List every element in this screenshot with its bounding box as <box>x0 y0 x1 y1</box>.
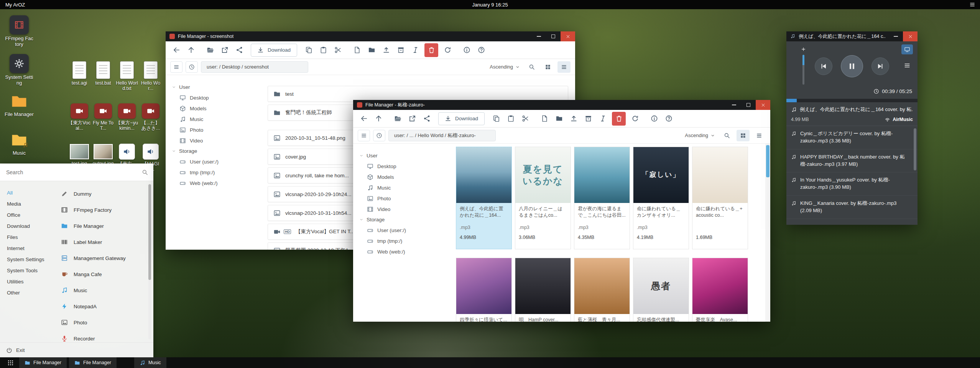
info-button[interactable] <box>460 43 474 57</box>
desktop-icon-file-manager[interactable]: File Manager <box>3 93 35 131</box>
volume-plus-icon[interactable] <box>801 47 806 52</box>
file-tile[interactable]: 藍と薄桜＿青々月... <box>574 258 630 322</box>
minimize-button[interactable] <box>888 31 903 41</box>
file-tile[interactable]: 唄＿HamP cover... <box>515 258 571 322</box>
category-office[interactable]: Office <box>7 209 58 221</box>
desktop-file[interactable]: test.bat <box>91 61 115 102</box>
download-button[interactable]: Download <box>438 112 485 125</box>
search-button[interactable] <box>720 130 733 141</box>
theme-toggle-button[interactable] <box>186 61 198 73</box>
cut-button[interactable] <box>331 43 345 57</box>
upload-button[interactable] <box>567 112 580 126</box>
refresh-button[interactable] <box>628 112 642 126</box>
window-titlebar[interactable]: 例えば、今此処に置かれた花に＿164 c... <box>786 31 918 41</box>
download-button[interactable]: Download <box>251 44 297 57</box>
back-button[interactable] <box>169 43 183 57</box>
sidebar-item-web-drive[interactable]: Web (web:/) <box>172 178 261 188</box>
breadcrumb[interactable]: user: / ... / Hello World / 柘榴-zakuro- <box>388 130 496 141</box>
previous-track-button[interactable] <box>815 57 832 75</box>
app-drawer-button[interactable] <box>4 357 17 368</box>
category-system-tools[interactable]: System Tools <box>7 265 58 276</box>
maximize-button[interactable] <box>546 31 561 41</box>
app-item-file-manager[interactable]: File Manager <box>60 218 147 234</box>
file-tile[interactable]: 愚者 忘却感傷代償連盟... <box>633 258 689 322</box>
scrollbar[interactable] <box>765 144 770 322</box>
refresh-button[interactable] <box>441 43 454 57</box>
file-tile[interactable]: 夏を見ているかな 八月のレイニー＿はるまきごはんco... .mp3 3.06M… <box>515 147 571 249</box>
new-file-button[interactable] <box>350 43 364 57</box>
app-item-recorder[interactable]: Recorder <box>60 330 147 342</box>
category-media[interactable]: Media <box>7 198 58 209</box>
pause-button[interactable] <box>841 55 863 77</box>
open-in-new-button[interactable] <box>405 112 419 126</box>
app-item-notepada[interactable]: NotepadA <box>60 298 147 314</box>
desktop-file[interactable]: 【東方Vocal... <box>67 102 91 142</box>
seek-bar[interactable] <box>786 99 918 102</box>
list-view-button[interactable] <box>557 61 571 73</box>
open-button[interactable] <box>391 112 404 126</box>
sort-dropdown[interactable]: Ascending <box>682 132 717 138</box>
app-item-photo[interactable]: Photo <box>60 314 147 330</box>
launcher-scrollbar[interactable] <box>148 184 151 339</box>
file-tile[interactable]: 憂世享楽＿Avase... <box>692 258 748 322</box>
sidebar-item-models[interactable]: Models <box>172 103 261 114</box>
sidebar-item-video[interactable]: Video <box>172 135 261 146</box>
desktop-file[interactable]: Hello Wor... <box>139 61 163 102</box>
sidebar-item-music[interactable]: Music <box>172 114 261 124</box>
taskbar-item-file-manager-1[interactable]: File Manager <box>19 357 67 368</box>
maximize-button[interactable] <box>741 100 756 110</box>
category-utilities[interactable]: Utilities <box>7 276 58 287</box>
file-tile[interactable]: 「寂しい」 命に嫌われている＿カンザキイオリ... .mp3 4.19MB <box>633 147 689 249</box>
sidebar-item-user-drive[interactable]: User (user:/) <box>359 225 448 236</box>
taskbar-item-music[interactable]: Music <box>134 357 166 368</box>
new-file-button[interactable] <box>538 112 551 126</box>
minimize-button[interactable] <box>727 100 741 110</box>
rename-button[interactable] <box>408 43 422 57</box>
cut-button[interactable] <box>518 112 532 126</box>
theme-toggle-button[interactable] <box>373 130 385 141</box>
file-tile[interactable]: 命に嫌われている＿+ acoustic co... 1.69MB <box>692 147 748 249</box>
cast-button[interactable] <box>901 44 913 54</box>
file-tile[interactable]: 四季折々に揺蕩いて... <box>456 258 512 322</box>
new-folder-button[interactable] <box>365 43 378 57</box>
topbar-hamburger-icon[interactable] <box>969 2 975 8</box>
sidebar-item-music[interactable]: Music <box>359 182 448 193</box>
paste-button[interactable] <box>316 43 330 57</box>
close-button[interactable] <box>561 31 575 41</box>
archive-button[interactable] <box>394 43 408 57</box>
help-button[interactable] <box>662 112 676 126</box>
rename-button[interactable] <box>596 112 610 126</box>
search-input[interactable] <box>0 169 142 175</box>
open-button[interactable] <box>203 43 217 57</box>
up-button[interactable] <box>372 112 385 126</box>
app-item-dummy[interactable]: Dummy <box>60 186 147 202</box>
view-menu-button[interactable] <box>358 130 370 141</box>
info-button[interactable] <box>647 112 661 126</box>
sidebar-item-models[interactable]: Models <box>359 172 448 182</box>
taskbar-item-file-manager-2[interactable]: File Manager <box>69 357 117 368</box>
file-tile[interactable]: 君が夜の海に還るまで＿こんにちは谷田... .mp3 4.35MB <box>574 147 630 249</box>
file-tile-selected[interactable]: 例えば、今此処に置かれた花に＿164... .mp3 4.99MB <box>456 147 512 249</box>
next-track-button[interactable] <box>871 57 889 75</box>
list-view-button[interactable] <box>753 130 766 141</box>
playlist-item[interactable]: In Your Hands＿yusukeP cover. by 柘榴-zakur… <box>786 172 918 196</box>
delete-button[interactable] <box>424 43 438 57</box>
upload-button[interactable] <box>379 43 393 57</box>
window-titlebar[interactable]: File Manager - 柘榴-zakuro- <box>353 100 770 110</box>
file-row[interactable]: test <box>268 86 568 102</box>
desktop-icon-ffmpeg-factory[interactable]: FFmpeg Factory <box>3 15 35 54</box>
sidebar-section-storage[interactable]: Storage <box>172 146 261 156</box>
view-menu-button[interactable] <box>170 61 183 73</box>
sidebar-section-user[interactable]: User <box>172 82 261 92</box>
app-item-management-gateway[interactable]: Management Gateway <box>60 250 147 266</box>
category-download[interactable]: Download <box>7 221 58 232</box>
aroz-menu-button[interactable]: My ArOZ <box>5 2 25 8</box>
scrollbar-thumb[interactable] <box>766 145 770 177</box>
search-button[interactable] <box>525 61 538 73</box>
breadcrumb[interactable]: user: / Desktop / screenshot <box>201 61 308 73</box>
share-button[interactable] <box>420 112 434 126</box>
category-internet[interactable]: Internet <box>7 243 58 254</box>
sidebar-item-web-drive[interactable]: Web (web:/) <box>359 246 448 257</box>
category-files[interactable]: Files <box>7 232 58 243</box>
close-button[interactable] <box>903 31 918 41</box>
